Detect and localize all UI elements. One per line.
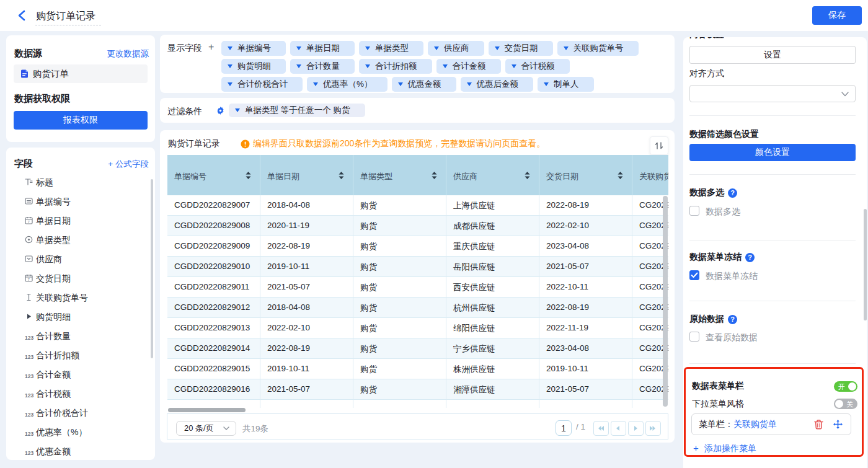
svg-text:7: 7 [28,277,30,281]
svg-text:7: 7 [28,219,30,223]
